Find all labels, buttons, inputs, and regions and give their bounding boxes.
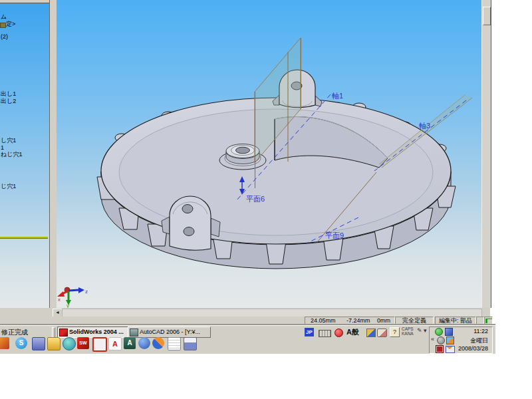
triad-x-label: x [58,297,61,303]
acrobat-reader-icon[interactable]: A [108,337,122,350]
clock-date: 2008/03/28 [458,345,488,352]
taskbar: 修正完成 SolidWorks 2004 ... AutoCAD 2006 - … [0,325,495,354]
taskbar-button-autocad[interactable]: AutoCAD 2006 - [Y:¥... [128,327,211,338]
tree-item[interactable]: 1 [1,144,4,151]
clock-time[interactable]: 11:22 [473,328,488,334]
tray-update-icon[interactable] [446,336,454,344]
tree-item[interactable]: ねじ穴1 [1,151,22,158]
rollback-bar[interactable] [0,237,48,239]
tree-item[interactable]: 出し2 [1,98,16,104]
coordinate-y: -7.24mm [346,317,370,325]
tree-item[interactable]: し穴1 [1,137,16,144]
plane-9-label[interactable]: 平面9 [325,231,344,239]
keyboard-icon[interactable] [319,330,331,337]
solidworks-icon[interactable]: SW [77,337,89,349]
status-empty-cell [476,317,484,325]
triad-z-label: z [85,289,88,295]
network-globe-icon[interactable] [63,337,76,350]
sync-icon[interactable] [152,337,164,349]
tree-item[interactable]: じ穴1 [1,183,16,190]
triad-y-label: y [66,303,69,308]
ime-dictionary-icon[interactable] [377,329,387,337]
status-icon-cell [484,317,493,325]
vertical-scrollbar-thumb[interactable] [483,7,491,25]
tray-app-icon[interactable] [445,328,453,336]
axis-1-label[interactable]: 軸1 [332,92,343,100]
status-coordinates: 24.05mm -7.24mm 0mm [305,317,395,325]
autocad-icon [130,329,138,336]
tree-item-icon [0,23,6,28]
tray-gray-icon[interactable] [437,336,445,344]
ime-tool-icon[interactable] [366,329,376,337]
folder-icon[interactable] [47,337,61,350]
graphics-viewport[interactable]: 軸1 軸3 平面6 平面9 x z y [57,0,481,308]
taskbar-button-solidworks[interactable]: SolidWorks 2004 ... [57,327,138,338]
ime-input-mode[interactable]: A般 [346,327,359,337]
tray-chevron[interactable]: « [431,336,434,342]
tree-item[interactable]: 出し1 [1,90,16,97]
autocad-icon[interactable]: A [124,337,136,349]
ime-pen-icon[interactable]: ✎ ▾ [417,327,427,334]
plane-6-label[interactable]: 平面6 [246,195,265,203]
app-icon[interactable] [0,337,9,349]
messenger-status-icon[interactable] [435,328,443,336]
skype-icon[interactable]: S [15,337,27,349]
notepad-icon[interactable] [168,337,181,350]
coordinate-z: 0mm [377,317,390,325]
tab-hole[interactable] [182,205,193,213]
status-editing: 編集中: 部品 [435,317,476,325]
edrawings-icon[interactable] [92,337,107,352]
tree-item[interactable]: ム [1,13,7,20]
ime-language-icon[interactable]: JP [305,328,314,336]
eyeglasses-icon [485,319,493,323]
caps-kana-indicator[interactable]: CAPS KANA [402,327,414,336]
browser-icon[interactable] [138,337,150,349]
pen-cup-icon[interactable] [184,337,197,350]
system-tray: 11:22 « 金曜日 2008/03/28 [429,327,493,354]
axis-3-label[interactable]: 軸3 [419,122,430,130]
boss-hole[interactable] [236,147,250,154]
screen: { "feature_tree": { "items": [ {"label":… [0,0,532,399]
tree-item[interactable]: (2) [1,33,8,40]
taskbar-grip[interactable] [52,327,55,338]
tab-hole[interactable] [184,227,194,236]
horizontal-scroll-strip: ◄ [0,308,490,317]
ime-help-button[interactable]: ? [390,327,400,337]
vertical-scrollbar[interactable] [481,0,491,308]
status-bar: 24.05mm -7.24mm 0mm 完全定義 編集中: 部品 [0,317,490,325]
mail-icon[interactable] [446,346,455,353]
feature-manager-tree[interactable]: ム 定> (2) 出し1 出し2 し穴1 1 ねじ穴1 じ穴1 [0,3,49,309]
solidworks-icon [59,329,68,336]
taskbar-left-text[interactable]: 修正完成 [1,328,28,337]
tree-item[interactable]: 定> [6,21,15,27]
ime-pad-icon[interactable] [334,329,343,337]
my-computer-icon[interactable] [32,337,45,350]
coordinate-x: 24.05mm [311,317,336,325]
status-definition: 完全定義 [395,317,434,325]
tray-red-icon[interactable] [436,345,444,353]
